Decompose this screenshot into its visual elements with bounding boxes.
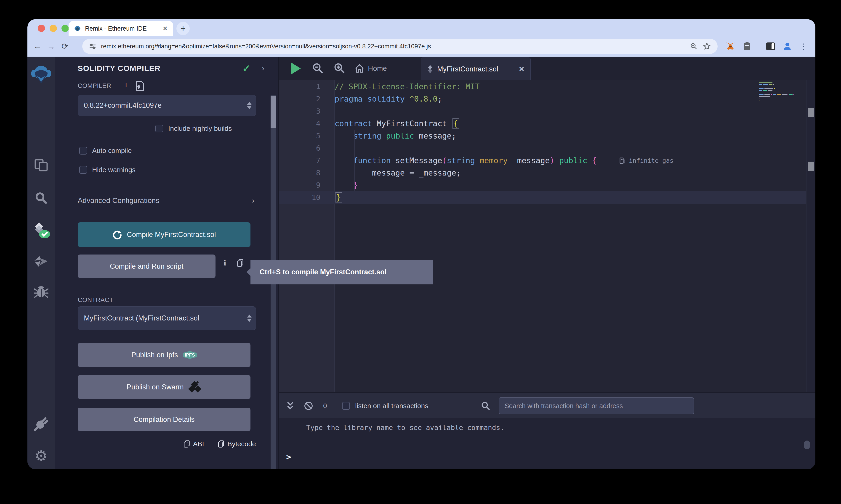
publish-ipfs-button[interactable]: Publish on Ipfs IPFS [78, 343, 251, 367]
copy-icon [184, 440, 190, 448]
plugin-manager-icon[interactable] [28, 416, 55, 431]
terminal-collapse-icon[interactable] [286, 393, 294, 419]
code-line[interactable]: 10} [279, 191, 806, 204]
tab-myfirstcontract[interactable]: MyFirstContract.sol ✕ [421, 57, 531, 80]
copy-bytecode-button[interactable]: Bytecode [218, 440, 256, 448]
panel-scrollbar-thumb[interactable] [271, 96, 276, 128]
deploy-run-icon[interactable] [28, 255, 55, 269]
compile-and-run-button[interactable]: Compile and Run script [78, 254, 216, 278]
code-line[interactable]: 5 string public message; [279, 130, 806, 142]
auto-compile-label: Auto compile [92, 147, 132, 155]
code-line[interactable]: 2pragma solidity ^0.8.0; [279, 93, 806, 105]
auto-compile-checkbox[interactable] [79, 147, 87, 155]
editor-scrollbar-thumb[interactable] [808, 162, 814, 171]
minimize-window-button[interactable] [50, 25, 57, 32]
swarm-cubes-icon [189, 382, 202, 392]
line-number: 2 [279, 94, 334, 103]
zoom-in-icon[interactable] [333, 61, 346, 75]
advanced-configurations-toggle[interactable]: Advanced Configurations [78, 196, 159, 205]
line-number: 7 [279, 156, 334, 165]
search-icon[interactable] [28, 191, 55, 204]
hide-warnings-checkbox[interactable] [79, 166, 87, 174]
code-editor[interactable]: 1// SPDX-License-Identifier: MIT2pragma … [279, 80, 816, 392]
reload-button[interactable]: ⟳ [58, 41, 72, 51]
debugger-icon[interactable] [28, 285, 55, 298]
gas-pump-icon [619, 157, 626, 164]
terminal-search-placeholder: Search with transaction hash or address [504, 402, 623, 410]
url-text[interactable]: remix.ethereum.org/#lang=en&optimize=fal… [101, 43, 685, 50]
panel-chevron-icon[interactable]: › [262, 64, 264, 73]
solidity-compiler-icon[interactable] [28, 221, 55, 239]
zoom-page-icon[interactable] [690, 42, 698, 51]
compilation-details-button[interactable]: Compilation Details [78, 408, 251, 431]
run-script-play-icon[interactable] [291, 62, 301, 74]
publish-swarm-button[interactable]: Publish on Swarm [78, 375, 251, 399]
refresh-icon [112, 230, 122, 239]
code-line[interactable]: 4contract MyFirstContract { [279, 117, 806, 130]
add-compiler-icon[interactable]: + [123, 80, 128, 90]
contract-select-value: MyFirstContract (MyFirstContract.sol [84, 314, 250, 322]
close-window-button[interactable] [38, 25, 45, 32]
new-tab-button[interactable]: + [176, 22, 190, 35]
copy-abi-button[interactable]: ABI [184, 440, 204, 448]
close-tab-icon[interactable]: ✕ [162, 25, 168, 32]
settings-gear-icon[interactable]: ⚙ [28, 447, 55, 464]
line-number: 4 [279, 119, 334, 128]
advanced-chevron-icon[interactable]: › [252, 196, 254, 205]
copy-script-icon[interactable] [237, 259, 244, 267]
profile-avatar[interactable] [782, 41, 792, 52]
editor-scrollbar-thumb[interactable] [808, 108, 814, 117]
line-number: 10 [279, 193, 334, 202]
active-tab-label: MyFirstContract.sol [437, 65, 515, 73]
contract-select[interactable]: MyFirstContract (MyFirstContract.sol [78, 306, 256, 330]
side-panel-icon[interactable] [766, 42, 775, 50]
zoom-window-button[interactable] [62, 25, 69, 32]
solidity-file-icon [427, 65, 433, 74]
code-lines[interactable]: 1// SPDX-License-Identifier: MIT2pragma … [279, 80, 806, 204]
metamask-icon[interactable] [725, 41, 735, 51]
browser-tab[interactable]: Remix - Ethereum IDE ✕ [69, 21, 173, 36]
zoom-out-icon[interactable] [311, 61, 325, 75]
browser-window: Remix - Ethereum IDE ✕ + ← → ⟳ remix.eth… [28, 19, 816, 469]
compiler-version-select[interactable]: 0.8.22+commit.4fc1097e [78, 95, 256, 116]
url-bar[interactable]: remix.ethereum.org/#lang=en&optimize=fal… [82, 39, 718, 54]
browser-menu-icon[interactable]: ⋮ [800, 42, 807, 51]
code-line[interactable]: 8 message = _message; [279, 167, 806, 179]
license-file-icon[interactable] [135, 80, 144, 91]
code-line[interactable]: 1// SPDX-License-Identifier: MIT [279, 80, 806, 93]
compile-button[interactable]: Compile MyFirstContract.sol [78, 222, 251, 247]
close-file-tab-icon[interactable]: ✕ [519, 65, 525, 73]
code-line[interactable]: 7 function setMessage(string memory _mes… [279, 154, 806, 167]
browser-chrome: Remix - Ethereum IDE ✕ + ← → ⟳ remix.eth… [28, 19, 816, 57]
clear-console-icon[interactable] [304, 393, 313, 419]
back-button[interactable]: ← [31, 41, 44, 51]
listen-transactions-checkbox[interactable] [342, 402, 350, 410]
terminal-scrollbar-thumb[interactable] [804, 440, 810, 449]
terminal-output[interactable]: Type the library name to see available c… [279, 418, 816, 469]
line-number: 6 [279, 144, 334, 152]
editor-scrollbar[interactable] [806, 80, 816, 392]
code-line[interactable]: 3 [279, 105, 806, 117]
nightly-builds-checkbox[interactable] [155, 125, 163, 132]
code-line[interactable]: 6 [279, 142, 806, 154]
site-settings-icon[interactable] [89, 42, 97, 50]
tab-home[interactable]: Home [355, 57, 387, 80]
panel-title: SOLIDITY COMPILER [78, 64, 160, 73]
info-icon[interactable]: i [223, 258, 226, 267]
extension-icon[interactable] [742, 41, 752, 51]
tab-strip: Remix - Ethereum IDE ✕ + [28, 19, 816, 36]
compile-success-check-icon: ✓ [242, 62, 251, 74]
bytecode-label: Bytecode [227, 440, 256, 448]
bookmark-star-icon[interactable] [703, 42, 711, 51]
code-line[interactable]: 9 } [279, 179, 806, 191]
terminal-prompt[interactable]: > [286, 452, 291, 462]
editor-tabs-row: Home MyFirstContract.sol ✕ [279, 57, 816, 80]
forward-button[interactable]: → [44, 41, 58, 51]
remix-logo-icon[interactable] [28, 66, 55, 84]
file-explorer-icon[interactable] [28, 159, 55, 172]
editor-minimap[interactable] [759, 82, 802, 102]
terminal-message: Type the library name to see available c… [306, 424, 504, 432]
line-number: 1 [279, 82, 334, 91]
terminal-search-input[interactable]: Search with transaction hash or address [499, 397, 694, 414]
indent-guide [355, 130, 355, 191]
